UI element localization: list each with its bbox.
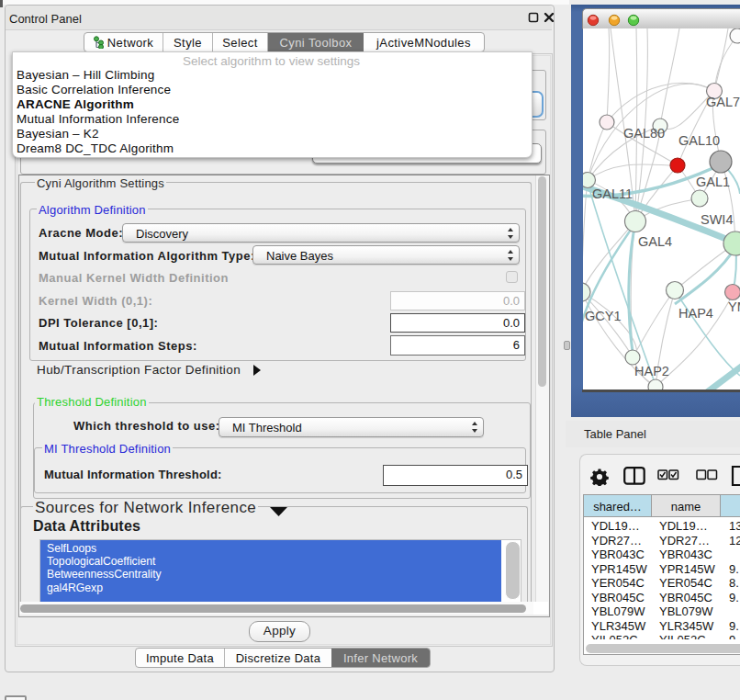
- svg-text:GAL1: GAL1: [696, 175, 730, 189]
- svg-text:HAP4: HAP4: [678, 306, 713, 321]
- svg-text:GAL80: GAL80: [623, 126, 665, 141]
- svg-text:YM: YM: [728, 299, 740, 314]
- svg-text:HAP2: HAP2: [634, 364, 669, 378]
- svg-text:GAL7: GAL7: [706, 95, 740, 109]
- svg-text:SWI4: SWI4: [701, 212, 733, 227]
- svg-text:GAL11: GAL11: [592, 186, 633, 201]
- svg-text:GCY1: GCY1: [585, 309, 622, 323]
- svg-text:GAL4: GAL4: [638, 234, 672, 249]
- svg-text:GAL10: GAL10: [678, 133, 720, 148]
